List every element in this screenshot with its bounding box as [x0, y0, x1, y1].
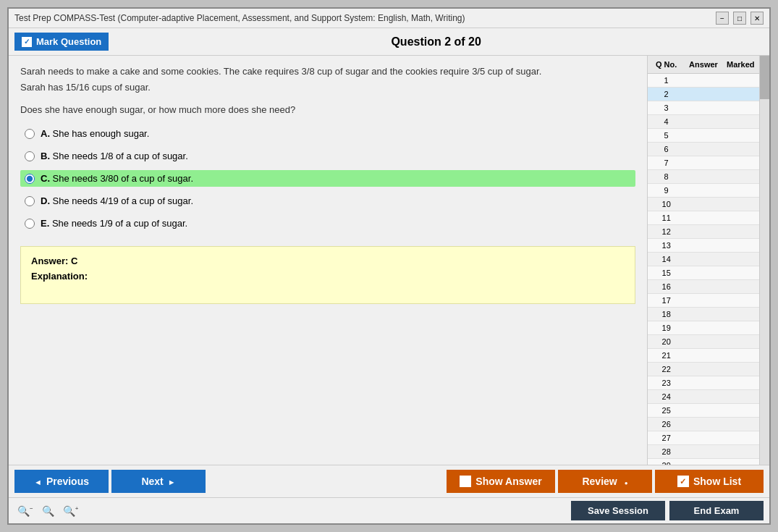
- sidebar-row[interactable]: 1: [648, 74, 759, 88]
- sidebar-row[interactable]: 3: [648, 101, 759, 115]
- sidebar-cell-qno: 28: [648, 445, 685, 458]
- sidebar-row[interactable]: 5: [648, 129, 759, 143]
- sidebar-row[interactable]: 24: [648, 390, 759, 404]
- sidebar-cell-answer: [685, 129, 722, 142]
- scrollbar-thumb[interactable]: [760, 56, 769, 99]
- show-list-label: Show List: [693, 476, 741, 487]
- sidebar-cell-marked: [722, 101, 759, 114]
- sidebar-row[interactable]: 16: [648, 280, 759, 294]
- sidebar-cell-answer: [685, 280, 722, 293]
- sidebar-row[interactable]: 18: [648, 308, 759, 321]
- next-button[interactable]: Next: [111, 470, 206, 493]
- show-answer-checkbox-icon: [460, 476, 471, 487]
- scrollbar[interactable]: [759, 56, 769, 465]
- sidebar-row[interactable]: 2: [648, 88, 759, 101]
- sidebar-row[interactable]: 17: [648, 294, 759, 308]
- option-b[interactable]: B. She needs 1/8 of a cup of sugar.: [20, 148, 635, 164]
- radio-d[interactable]: [25, 196, 35, 206]
- sidebar-cell-answer: [685, 253, 722, 266]
- sidebar-row[interactable]: 14: [648, 253, 759, 266]
- window-controls: − □ ✕: [716, 12, 764, 25]
- question-subtext: Does she have enough sugar, or how much …: [20, 104, 635, 115]
- window-title: Test Prep COMPASS-Test (Computer-adaptiv…: [14, 13, 465, 23]
- maximize-button[interactable]: □: [733, 12, 746, 25]
- previous-button[interactable]: Previous: [14, 470, 109, 493]
- sidebar-cell-marked: [722, 431, 759, 444]
- sidebar-row[interactable]: 13: [648, 239, 759, 253]
- sidebar-cell-qno: 29: [648, 459, 685, 465]
- sidebar-row[interactable]: 29: [648, 459, 759, 465]
- sidebar-row[interactable]: 9: [648, 184, 759, 198]
- previous-label: Previous: [46, 476, 89, 487]
- sidebar: Q No. Answer Marked 12345678910111213141…: [647, 56, 759, 465]
- option-a-label: A. She has enough sugar.: [41, 128, 149, 139]
- sidebar-cell-qno: 26: [648, 418, 685, 431]
- save-session-button[interactable]: Save Session: [571, 501, 665, 520]
- zoom-reset-button[interactable]: 🔍: [39, 504, 57, 518]
- sidebar-row[interactable]: 15: [648, 266, 759, 280]
- minimize-button[interactable]: −: [716, 12, 729, 25]
- option-a[interactable]: A. She has enough sugar.: [20, 125, 635, 142]
- show-list-button[interactable]: Show List: [655, 470, 764, 493]
- option-c[interactable]: C. She needs 3/80 of a cup of sugar.: [20, 170, 635, 187]
- zoom-controls: 🔍− 🔍 🔍+: [14, 504, 81, 518]
- sidebar-cell-marked: [722, 170, 759, 183]
- mark-checkbox-icon: [22, 37, 32, 47]
- chevron-right-icon: [168, 476, 176, 487]
- radio-b[interactable]: [25, 151, 35, 161]
- radio-a[interactable]: [25, 129, 35, 139]
- sidebar-row[interactable]: 28: [648, 445, 759, 459]
- sidebar-row[interactable]: 20: [648, 335, 759, 349]
- radio-e[interactable]: [25, 219, 35, 229]
- sidebar-row[interactable]: 8: [648, 170, 759, 184]
- end-exam-button[interactable]: End Exam: [669, 501, 764, 520]
- sidebar-row[interactable]: 25: [648, 404, 759, 418]
- sidebar-row[interactable]: 11: [648, 211, 759, 225]
- sidebar-row[interactable]: 26: [648, 418, 759, 431]
- sidebar-cell-answer: [685, 376, 722, 389]
- radio-c[interactable]: [25, 174, 35, 184]
- sidebar-row[interactable]: 19: [648, 321, 759, 335]
- sidebar-row[interactable]: 22: [648, 363, 759, 376]
- sidebar-row[interactable]: 4: [648, 115, 759, 129]
- sidebar-cell-answer: [685, 211, 722, 224]
- sidebar-cell-qno: 2: [648, 88, 685, 101]
- sidebar-cell-qno: 25: [648, 404, 685, 417]
- sidebar-col-marked: Marked: [722, 59, 759, 70]
- sidebar-row[interactable]: 21: [648, 349, 759, 363]
- sidebar-cell-marked: [722, 143, 759, 156]
- chevron-left-icon: [34, 476, 42, 487]
- option-e[interactable]: E. She needs 1/9 of a cup of sugar.: [20, 215, 635, 232]
- option-d[interactable]: D. She needs 4/19 of a cup of sugar.: [20, 193, 635, 209]
- review-button[interactable]: Review: [558, 470, 652, 493]
- sidebar-row[interactable]: 6: [648, 143, 759, 156]
- sidebar-cell-qno: 10: [648, 198, 685, 211]
- sidebar-row[interactable]: 7: [648, 156, 759, 170]
- sidebar-cell-answer: [685, 308, 722, 321]
- sidebar-cell-answer: [685, 115, 722, 128]
- sidebar-cell-marked: [722, 308, 759, 321]
- sidebar-cell-answer: [685, 88, 722, 101]
- question-text-1: Sarah needs to make a cake and some cook…: [20, 64, 635, 94]
- sidebar-cell-answer: [685, 156, 722, 169]
- show-answer-button[interactable]: Show Answer: [447, 470, 555, 493]
- sidebar-row[interactable]: 23: [648, 376, 759, 390]
- sidebar-cell-answer: [685, 143, 722, 156]
- sidebar-row[interactable]: 12: [648, 225, 759, 239]
- zoom-out-button[interactable]: 🔍−: [14, 504, 36, 518]
- explanation-label: Explanation:: [31, 271, 625, 282]
- sidebar-col-answer: Answer: [685, 59, 722, 70]
- footer-buttons: Previous Next Show Answer Review Show Li…: [9, 465, 769, 497]
- sidebar-header: Q No. Answer Marked: [648, 56, 759, 74]
- zoom-in-button[interactable]: 🔍+: [60, 504, 82, 518]
- sidebar-row[interactable]: 27: [648, 431, 759, 445]
- sidebar-cell-marked: [722, 349, 759, 362]
- close-button[interactable]: ✕: [750, 12, 764, 25]
- sidebar-row[interactable]: 10: [648, 198, 759, 211]
- sidebar-cell-answer: [685, 404, 722, 417]
- header-bar: Mark Question Question 2 of 20: [9, 28, 769, 56]
- mark-question-button[interactable]: Mark Question: [14, 33, 109, 51]
- sidebar-cell-answer: [685, 170, 722, 183]
- sidebar-cell-qno: 13: [648, 239, 685, 252]
- sidebar-cell-marked: [722, 225, 759, 238]
